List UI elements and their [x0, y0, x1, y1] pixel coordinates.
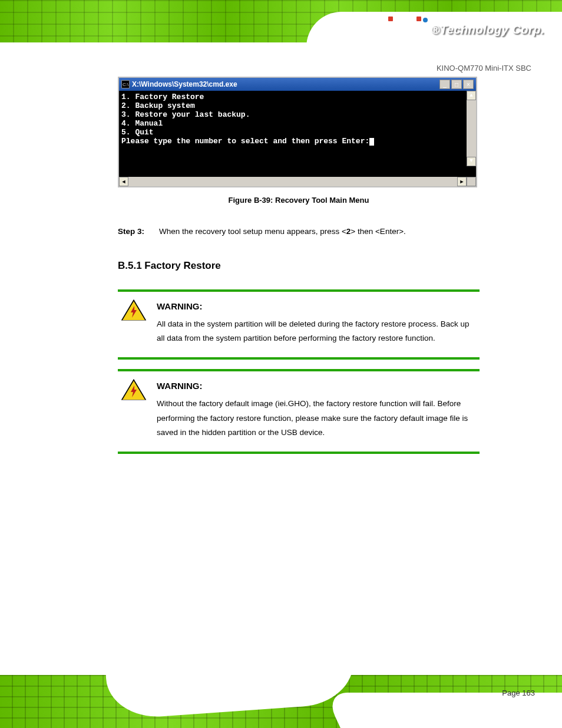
step-instruction: Step 3: When the recovery tool setup men… [118, 225, 480, 239]
brand-logo-mark [388, 17, 428, 42]
section-title: B.5.1 Factory Restore [118, 260, 480, 272]
scroll-right-button[interactable]: ► [457, 177, 467, 186]
scroll-up-button[interactable]: ▲ [467, 91, 476, 100]
warning-icon [123, 301, 145, 321]
footer-decor-band [0, 675, 562, 728]
product-label: KINO-QM770 Mini-ITX SBC [437, 64, 531, 73]
cmd-window: C:\ X:\Windows\System32\cmd.exe _ □ × 1.… [118, 77, 477, 187]
warning-block: WARNING: Without the factory default ima… [118, 369, 480, 454]
scroll-down-button[interactable]: ▼ [467, 157, 476, 166]
resize-grip[interactable] [467, 177, 476, 186]
warning-block: WARNING: All data in the system partitio… [118, 289, 480, 360]
cmd-title: X:\Windows\System32\cmd.exe [132, 80, 437, 88]
maximize-button[interactable]: □ [451, 80, 462, 89]
warning-title: WARNING: [157, 381, 475, 391]
step-body-suffix: > then <Enter>. [351, 227, 405, 236]
cmd-body[interactable]: 1. Factory Restore 2. Backup system 3. R… [119, 91, 476, 177]
cmd-cursor [369, 138, 374, 146]
warning-icon [123, 381, 145, 401]
divider [118, 357, 480, 360]
cmd-line: 4. Manual [121, 119, 163, 128]
warning-text: All data in the system partition will be… [157, 317, 475, 346]
header-white-left [0, 42, 339, 59]
close-button[interactable]: × [463, 80, 474, 89]
step-label: Step 3: [118, 227, 144, 236]
warning-title: WARNING: [157, 301, 475, 311]
cmd-line: 2. Backup system [121, 101, 195, 110]
footer-right-cut [324, 693, 562, 728]
warning-text: Without the factory default image (iei.G… [157, 397, 475, 440]
divider [118, 452, 480, 454]
step-body-prefix: When the recovery tool setup menu appear… [159, 227, 346, 236]
svg-marker-1 [131, 386, 137, 397]
brand-logo-text: ®Technology Corp. [431, 23, 545, 37]
minimize-button[interactable]: _ [439, 80, 450, 89]
cmd-line: 1. Factory Restore [121, 93, 204, 101]
figure-caption: Figure B-39: Recovery Tool Main Menu [118, 196, 480, 205]
page-number: Page 163 [502, 689, 535, 697]
cmd-app-icon: C:\ [121, 80, 130, 88]
scroll-left-button[interactable]: ◄ [119, 177, 128, 186]
svg-marker-0 [131, 306, 137, 318]
cmd-line: Please type the number to select and the… [121, 137, 369, 146]
horizontal-scrollbar[interactable]: ◄ ► [119, 177, 467, 186]
vertical-scrollbar[interactable]: ▲ ▼ [467, 91, 476, 166]
cmd-titlebar[interactable]: C:\ X:\Windows\System32\cmd.exe _ □ × [119, 78, 476, 91]
cmd-line: 5. Quit [121, 128, 154, 137]
footer-white-swoop [104, 675, 356, 720]
page-content: C:\ X:\Windows\System32\cmd.exe _ □ × 1.… [118, 77, 480, 454]
cmd-line: 3. Restore your last backup. [121, 110, 250, 119]
brand-logo: ®Technology Corp. [388, 17, 545, 42]
